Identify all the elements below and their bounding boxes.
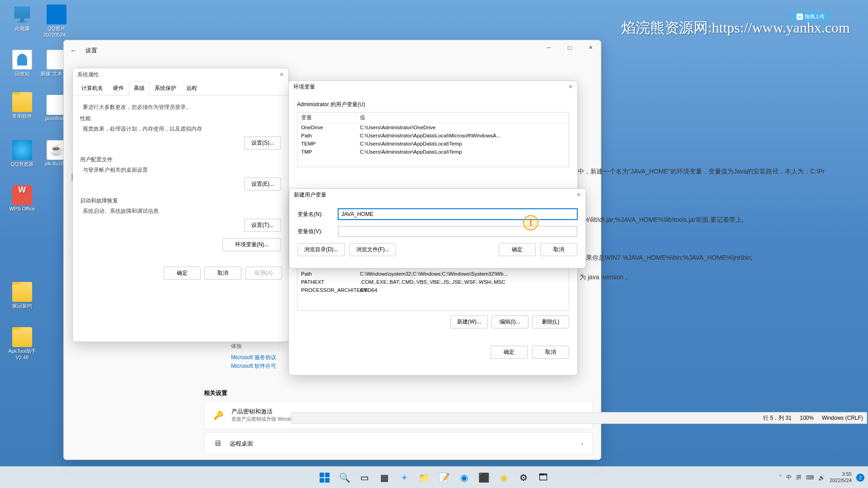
recorder-icon[interactable]: ◉ — [495, 469, 513, 487]
product-key-title: 产品密钥和激活 — [231, 408, 298, 416]
notepad-icon[interactable]: 📝 — [435, 469, 453, 487]
start-button[interactable] — [316, 469, 334, 487]
startup-settings-button[interactable]: 设置(T)... — [244, 219, 281, 232]
desktop-icon-label: 回收站 — [5, 70, 39, 77]
perf-text: 视觉效果，处理器计划，内存使用，以及虚拟内存 — [83, 125, 278, 133]
ime-indicator[interactable]: 中 — [786, 474, 792, 481]
close-button[interactable]: ✕ — [580, 40, 601, 55]
explorer-icon[interactable]: 📁 — [415, 469, 433, 487]
wps-icon: W — [12, 185, 32, 205]
capture-icon[interactable]: ⬛ — [475, 469, 493, 487]
var-value-input[interactable] — [338, 226, 577, 237]
env-vars-button[interactable]: 环境变量(N)... — [222, 238, 281, 251]
folder-icon — [12, 92, 32, 112]
browse-file-button[interactable]: 浏览文件(F)... — [349, 243, 396, 256]
bg-text-4: 为 java -version， — [580, 273, 630, 282]
cancel-button[interactable]: 取消 — [204, 267, 241, 280]
table-row[interactable]: PathC:\Windows\system32;C:\Windows;C:\Wi… — [297, 270, 569, 278]
desktop-icon[interactable]: 常用软件 — [5, 95, 39, 120]
search-icon[interactable]: 🔍 — [335, 469, 354, 487]
desktop-icon[interactable]: 回收站 — [5, 50, 39, 77]
desktop-icon[interactable]: 此电脑 — [5, 5, 39, 32]
back-icon[interactable]: ← — [70, 47, 77, 55]
desktop-icon[interactable]: 驱回装约 — [5, 285, 39, 310]
monitor-icon: 🖥 — [213, 439, 222, 448]
notification-badge[interactable]: 2 — [856, 474, 864, 482]
remote-desktop-card[interactable]: 🖥 远程桌面 › — [204, 432, 593, 455]
table-row[interactable]: PathC:\Users\Administrator\AppData\Local… — [297, 131, 569, 140]
maximize-button[interactable]: ▢ — [559, 40, 580, 55]
taskview-icon[interactable]: ▭ — [355, 469, 373, 487]
ime-mode[interactable]: 拼 — [796, 474, 802, 481]
bg-text-3: 如果你是WIN7 %JAVA_HOME%\bin;%JAVA_HOME%\jre… — [580, 254, 753, 262]
sysprops-tabs: 计算机名硬件高级系统保护远程 — [73, 81, 288, 95]
var-name-label: 变量名(N): — [297, 211, 338, 218]
cancel-button[interactable]: 取消 — [532, 346, 569, 359]
tab-2[interactable]: 高级 — [129, 81, 150, 95]
tab-3[interactable]: 系统保护 — [150, 81, 181, 95]
table-row[interactable]: TMPC:\Users\Administrator\AppData\Local\… — [297, 148, 569, 156]
zoom-level: 100% — [800, 415, 814, 421]
clock[interactable]: 3:55 2022/5/24 — [830, 471, 852, 483]
settings-taskbar-icon[interactable]: ⚙ — [514, 469, 533, 487]
close-icon[interactable]: ✕ — [279, 71, 284, 78]
related-settings-heading: 相关设置 — [204, 389, 593, 397]
table-row[interactable]: PATHEXT.COM;.EXE;.BAT;.CMD;.VBS;.VBE;.JS… — [297, 278, 569, 286]
folder-icon — [12, 282, 32, 302]
key-icon: 🔑 — [213, 410, 223, 420]
product-key-sub: 更改产品密钥或升级 Windows — [231, 416, 298, 422]
bg-text-1: 目中，新建一个名为"JAVA_HOME"的环境变量，变量值为Java的安装路径，… — [571, 168, 825, 176]
perf-heading: 性能 — [80, 115, 281, 122]
edit-button[interactable]: 编辑(I)... — [491, 315, 528, 328]
user-vars-table[interactable]: 变量值 OneDriveC:\Users\Administrator\OneDr… — [297, 112, 569, 167]
close-icon[interactable]: ✕ — [576, 192, 581, 198]
ms-service-link[interactable]: Microsoft 服务协议 — [231, 354, 276, 361]
ok-button[interactable]: 确定 — [164, 267, 201, 280]
desktop-icon-label: QQ图片20220524... — [40, 25, 73, 38]
keyboard-icon[interactable]: ⌨ — [806, 474, 814, 481]
tab-4[interactable]: 远程 — [181, 81, 202, 95]
minimize-button[interactable]: ─ — [538, 40, 559, 55]
userprofile-settings-button[interactable]: 设置(E)... — [244, 178, 281, 191]
desktop-icon[interactable]: QQ浏览器 — [5, 140, 39, 168]
tray-chevron-icon[interactable]: ˄ — [779, 474, 782, 481]
ok-button[interactable]: 确定 — [499, 243, 536, 256]
desktop-icon[interactable]: WWPS Office — [5, 185, 39, 211]
var-name-input[interactable] — [338, 209, 577, 220]
new-button[interactable]: 新建(W)... — [450, 315, 488, 328]
browse-dir-button[interactable]: 浏览目录(D)... — [297, 243, 345, 256]
var-value-label: 变量值(V): — [297, 228, 338, 235]
table-row[interactable]: TEMPC:\Users\Administrator\AppData\Local… — [297, 140, 569, 148]
widgets-icon[interactable]: ▦ — [375, 469, 393, 487]
desktop-icon[interactable]: QQ图片20220524... — [40, 5, 73, 38]
ok-button[interactable]: 确定 — [491, 346, 528, 359]
ms-license-link[interactable]: Microsoft 软件许可 — [231, 362, 276, 370]
cancel-button[interactable]: 取消 — [540, 243, 577, 256]
chat-icon[interactable]: ✦ — [395, 469, 413, 487]
pc-icon — [12, 5, 32, 24]
desktop-icon-label: 此电脑 — [5, 25, 39, 32]
volume-icon[interactable]: 🔊 — [818, 474, 825, 481]
tab-0[interactable]: 计算机名 — [76, 81, 108, 95]
desktop-icon[interactable]: ApkTool助手V2.48 — [5, 330, 39, 360]
system-properties-dialog: 系统属性 ✕ 计算机名硬件高级系统保护远程 要进行大多数更改，您必须作为管理员登… — [72, 68, 289, 342]
remote-desktop-title: 远程桌面 — [230, 440, 253, 448]
tab-1[interactable]: 硬件 — [108, 81, 129, 95]
delete-button[interactable]: 删除(L) — [532, 315, 569, 328]
edge-icon[interactable]: ◉ — [455, 469, 473, 487]
col-value[interactable]: 值 — [356, 113, 569, 123]
system-tray: ˄ 中 拼 ⌨ 🔊 3:55 2022/5/24 2 — [779, 471, 864, 483]
table-row[interactable]: PROCESSOR_ARCHITECT...AMD64 — [297, 286, 569, 294]
settings-title: 设置 — [85, 47, 97, 55]
envvars-title: 环境变量 — [293, 83, 315, 91]
app-icon[interactable]: 🗔 — [534, 469, 552, 487]
desktop-icon-label: QQ浏览器 — [5, 161, 39, 168]
chevron-right-icon: › — [581, 441, 583, 447]
desktop-icon-label: 驱回装约 — [5, 303, 39, 310]
close-icon[interactable]: ✕ — [568, 84, 573, 90]
startup-text: 系统启动、系统故障和调试信息 — [83, 207, 278, 215]
apply-button[interactable]: 应用(A) — [245, 267, 282, 280]
col-variable[interactable]: 变量 — [297, 113, 356, 123]
table-row[interactable]: OneDriveC:\Users\Administrator\OneDrive — [297, 123, 569, 131]
perf-settings-button[interactable]: 设置(S)... — [244, 136, 281, 150]
